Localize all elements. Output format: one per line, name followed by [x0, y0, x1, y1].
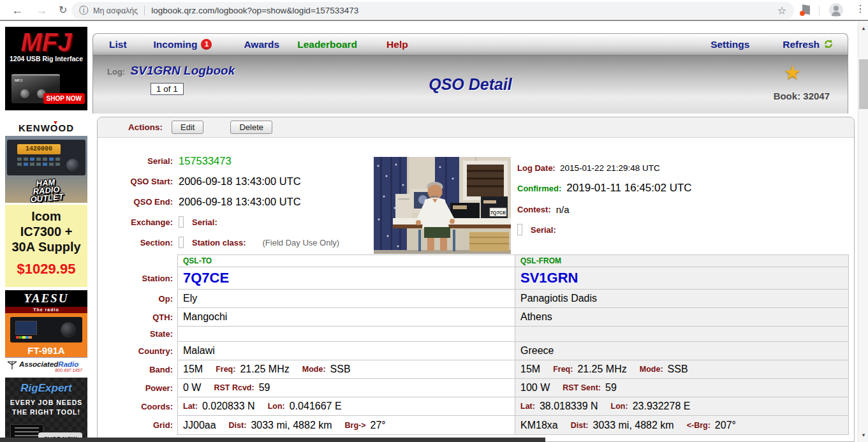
ad-icom[interactable]: Icom IC7300 + 30A Supply $1029.95: [5, 205, 87, 287]
ad-mfj[interactable]: MFJ 1204 USB Rig Interface MFJ SHOP NOW: [5, 27, 87, 110]
qsl-to-grid: JJ00aa: [183, 420, 216, 431]
actions-label: Actions:: [128, 122, 163, 132]
country-row: Country: Malawi Greece: [98, 341, 849, 360]
qsl-from-op: Panagiotis Dadis: [520, 293, 597, 304]
coords-row: Coords: Lat: 0.020833 N Lon: 0.041667 E …: [98, 397, 849, 416]
nav-incoming[interactable]: Incoming1: [154, 39, 212, 50]
grid-row: Grid: JJ00aa Dist: 3033 mi, 4882 km Brg-…: [98, 415, 849, 435]
profile-avatar-icon[interactable]: [829, 3, 843, 17]
yaesu-radio-image: [10, 317, 82, 343]
band-row: Band: 15M Freq: 21.25 MHz Mode: SSB 15M …: [98, 360, 849, 379]
contest-line: Contest: n/a: [517, 202, 570, 216]
reload-icon[interactable]: ↻: [59, 3, 67, 18]
section-line: Section: Station class: (Field Day Use O…: [98, 235, 339, 249]
mfj-product-line: 1204 USB Rig Interface: [5, 55, 87, 63]
section-value-box: [179, 237, 184, 248]
ad-rigexpert[interactable]: RigExpert EVERY JOB NEEDS THE RIGHT TOOL…: [5, 378, 87, 438]
qsl-to-header: QSL-TO: [183, 256, 212, 265]
scroll-up-arrow[interactable]: ▲: [858, 24, 868, 34]
rigexpert-logo: RigExpert: [5, 382, 87, 395]
exchange-value-box: [179, 216, 184, 228]
nav-help[interactable]: Help: [386, 39, 408, 50]
nav-awards[interactable]: Awards: [244, 39, 279, 50]
logbook-navbar: List Incoming1 Awards Leaderboard Help S…: [92, 33, 848, 56]
mfj-logo: MFJ: [5, 28, 87, 56]
associated-label: Associated: [19, 360, 58, 368]
field-day-note: (Field Day Use Only): [263, 238, 340, 247]
logbook-header: Log: SV1GRN Logbook 1 of 1 QSO Detail ★ …: [92, 56, 848, 114]
right-serial-line: Serial:: [517, 223, 556, 237]
associated-radio-bar: AssociatedRadio 800.497.1457: [5, 357, 87, 373]
rigexpert-line2: THE RIGHT TOOL!: [5, 408, 87, 417]
op-row: Op: Ely Panagiotis Dadis: [98, 289, 849, 308]
nav-leaderboard[interactable]: Leaderboard: [297, 39, 357, 50]
delete-button[interactable]: Delete: [230, 121, 272, 134]
log-date-value: 2015-01-22 21:29:48 UTC: [560, 163, 660, 173]
qsl-from-grid: KM18xa: [520, 420, 558, 431]
station-row: Station: 7Q7CE SV1GRN: [98, 267, 849, 290]
extension-icon[interactable]: [800, 4, 811, 15]
qsl-to-freq: 21.25 MHz: [240, 364, 289, 375]
contest-value: n/a: [556, 204, 570, 215]
qsl-from-bearing: 207°: [715, 420, 736, 431]
yaesu-tagline: The radio: [5, 307, 87, 313]
url-text: logbook.qrz.com/logbook?op=show&logid=15…: [151, 6, 358, 15]
qso-table: QSL-TO QSL-FROM Station: 7Q7CE SV1GRN Op…: [98, 255, 849, 435]
yaesu-model: FT-991A: [5, 345, 87, 356]
associated-phone: 800.497.1457: [55, 368, 82, 372]
qsl-from-power: 100 W: [520, 382, 550, 394]
qso-end-line: QSO End: 2006-09-18 13:43:00 UTC: [98, 195, 301, 209]
scrollbar-thumb[interactable]: [859, 59, 868, 109]
nav-list[interactable]: List: [109, 39, 127, 50]
serial-line: Serial: 157533473: [98, 154, 232, 168]
antenna-icon: [7, 360, 18, 370]
refresh-icon: [823, 39, 834, 49]
book-number: Book: 32047: [774, 91, 830, 101]
page-scrollbar[interactable]: ▲ ▼: [858, 22, 868, 442]
qso-start-value: 2006-09-18 13:43:00 UTC: [179, 175, 301, 188]
ham-radio-outlet-logo: HAM RADIO OUTLET: [5, 175, 87, 203]
qsl-to-qth: Mangochi: [183, 311, 227, 323]
edit-button[interactable]: Edit: [172, 121, 203, 134]
bottom-edge-strip: [0, 438, 545, 442]
scroll-down-arrow[interactable]: ▼: [858, 431, 868, 441]
photo-callsign-sign: 7Q7CE: [490, 210, 506, 216]
qsl-to-country: Malawi: [183, 345, 215, 357]
icom-line1: Icom: [5, 209, 87, 224]
qsl-to-band: 15M: [183, 364, 203, 375]
power-row: Power: 0 W RST Rcvd: 59 100 W RST Sent: …: [98, 378, 849, 397]
qsl-from-lat: 38.018339 N: [540, 401, 598, 412]
qso-end-value: 2006-09-18 13:43:00 UTC: [179, 196, 301, 208]
book-star-icon[interactable]: ★: [784, 61, 801, 84]
rigexpert-line1: EVERY JOB NEEDS: [5, 398, 87, 408]
toolbar-divider: [819, 6, 820, 15]
browser-menu-icon[interactable]: ⋮: [855, 3, 865, 15]
security-label: Μη ασφαλής: [93, 6, 138, 15]
qsl-from-header: QSL-FROM: [520, 256, 561, 265]
qsl-to-lon: 0.041667 E: [290, 401, 342, 412]
kenwood-radio-image: 1420000: [7, 140, 85, 175]
qsl-to-mode: SSB: [330, 364, 351, 375]
info-icon[interactable]: ⓘ: [79, 5, 88, 17]
back-icon[interactable]: ←: [11, 3, 23, 18]
icom-line2: IC7300 +: [5, 224, 87, 239]
qsl-from-freq: 21.25 MHz: [577, 364, 626, 375]
qsl-from-dist: 3033 mi, 4882 km: [592, 420, 673, 431]
page-title: QSO Detail: [93, 75, 848, 94]
ad-kenwood[interactable]: KENWOOD 1420000 HAM RADIO OUTLET: [5, 119, 87, 203]
nav-refresh[interactable]: Refresh: [783, 39, 834, 50]
qsl-from-qth: Athens: [520, 311, 552, 323]
qso-detail-panel: Actions: Edit Delete Serial: 157533473 Q…: [97, 117, 855, 442]
qsl-to-callsign-link[interactable]: 7Q7CE: [183, 270, 229, 286]
mfj-shop-now-button[interactable]: SHOP NOW: [43, 93, 85, 104]
qsl-to-bearing: 27°: [371, 420, 386, 431]
address-bar[interactable]: ⓘ Μη ασφαλής logbook.qrz.com/logbook?op=…: [71, 2, 794, 19]
incoming-count-badge: 1: [201, 39, 212, 50]
bookmark-star-icon[interactable]: ☆: [777, 4, 786, 17]
ad-yaesu[interactable]: YAESU The radio FT-991A AssociatedRadio …: [5, 290, 87, 373]
qsl-from-country: Greece: [520, 345, 554, 357]
nav-settings[interactable]: Settings: [710, 39, 749, 50]
qsl-from-callsign-link[interactable]: SV1GRN: [520, 270, 578, 286]
forward-icon[interactable]: →: [36, 3, 47, 18]
qso-start-line: QSO Start: 2006-09-18 13:43:00 UTC: [98, 174, 301, 188]
